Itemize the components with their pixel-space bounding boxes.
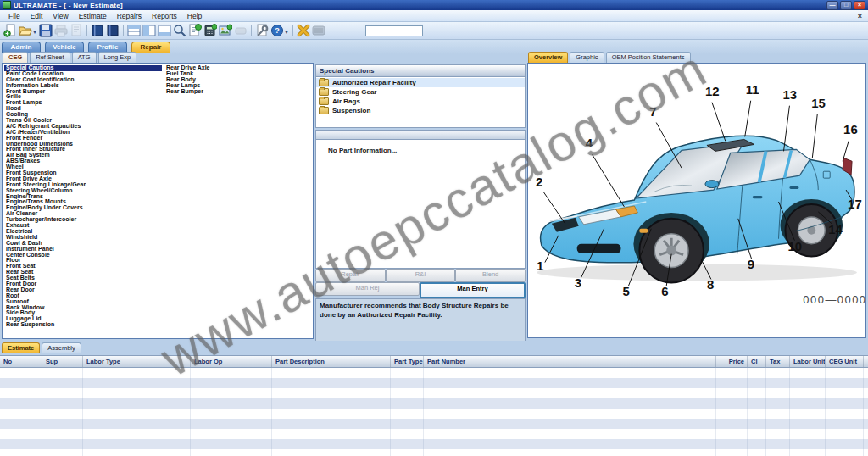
- column-header-part-type[interactable]: Part Type: [391, 356, 424, 367]
- minimize-button[interactable]: —: [826, 1, 838, 10]
- menu-reports[interactable]: Reports: [147, 12, 182, 20]
- menu-estimate[interactable]: Estimate: [74, 12, 112, 20]
- ceg-item-rear-bumper[interactable]: Rear Bumper: [164, 89, 310, 95]
- ceg-item-front-seat[interactable]: Front Seat: [4, 264, 162, 270]
- subtab-long-exp[interactable]: Long Exp: [98, 52, 137, 63]
- ceg-item-cooling[interactable]: Cooling: [4, 112, 162, 118]
- menu-edit[interactable]: Edit: [25, 12, 48, 20]
- ceg-item-air-cleaner[interactable]: Air Cleaner: [4, 211, 162, 217]
- ceg-item-turbocharger-intercooler[interactable]: Turbocharger/Intercooler: [4, 217, 162, 223]
- ceg-item-clear-coat-identification[interactable]: Clear Coat Identification: [4, 77, 162, 83]
- layout-top-icon[interactable]: [127, 24, 141, 37]
- ceg-item-grille[interactable]: Grille: [4, 94, 162, 100]
- layout-left-icon[interactable]: [142, 24, 156, 37]
- photo-icon[interactable]: [219, 24, 232, 37]
- calculator-icon[interactable]: [203, 24, 217, 37]
- blend-button[interactable]: Blend: [455, 269, 526, 282]
- menu-file[interactable]: File: [3, 12, 25, 20]
- mdi-close-icon[interactable]: ×: [858, 12, 865, 20]
- ceg-item-front-inner-structure[interactable]: Front Inner Structure: [4, 147, 162, 153]
- column-header-labor-type[interactable]: Labor Type: [83, 356, 191, 367]
- ceg-item-rear-body[interactable]: Rear Body: [164, 77, 310, 83]
- menu-repairs[interactable]: Repairs: [112, 12, 147, 20]
- pro-icon[interactable]: [312, 24, 326, 37]
- estimate-row[interactable]: [0, 398, 868, 409]
- menu-help[interactable]: Help: [182, 12, 207, 20]
- ceg-item-exhaust[interactable]: Exhaust: [4, 223, 162, 229]
- ceg-item-abs-brakes[interactable]: ABS/Brakes: [4, 158, 162, 164]
- search-icon[interactable]: [173, 24, 186, 37]
- column-header-labor-unit[interactable]: Labor Unit: [790, 356, 826, 367]
- open-dropdown-icon[interactable]: ▼: [32, 30, 37, 35]
- ceg-item-front-fender[interactable]: Front Fender: [4, 136, 162, 142]
- tab-estimate[interactable]: Estimate: [2, 342, 40, 353]
- estimate-row[interactable]: [0, 378, 868, 388]
- column-header-cl[interactable]: Cl: [748, 356, 766, 367]
- ceg-item-roof[interactable]: Roof: [4, 293, 162, 299]
- layout-bottom-icon[interactable]: [158, 24, 171, 37]
- help-icon[interactable]: ?: [270, 24, 284, 37]
- ceg-item-engine-body-under-covers[interactable]: Engine/Body Under Covers: [4, 205, 162, 211]
- ceg-item-front-steering-linkage-gear[interactable]: Front Steering Linkage/Gear: [4, 182, 162, 188]
- close-button[interactable]: ×: [854, 1, 865, 10]
- tab-assembly[interactable]: Assembly: [42, 342, 81, 353]
- ceg-item-steering-wheel-column[interactable]: Steering Wheel/Column: [4, 188, 162, 194]
- open-estimate-icon[interactable]: [19, 24, 32, 37]
- ceg-item-trans-oil-cooler[interactable]: Trans Oil Cooler: [4, 118, 162, 124]
- wrench-icon[interactable]: [255, 24, 269, 37]
- ceg-item-information-labels[interactable]: Information Labels: [4, 83, 162, 89]
- save-icon[interactable]: [39, 24, 53, 37]
- column-header-part-number[interactable]: Part Number: [424, 356, 716, 367]
- estimate-row[interactable]: [0, 419, 868, 429]
- column-header-tax[interactable]: Tax: [766, 356, 790, 367]
- column-header-ceg-unit[interactable]: CEG Unit: [826, 356, 864, 367]
- subtab-ref-sheet[interactable]: Ref Sheet: [30, 52, 70, 63]
- estimate-row[interactable]: [0, 368, 868, 378]
- toolbar-search-input[interactable]: [365, 25, 423, 36]
- new-estimate-icon[interactable]: [3, 24, 17, 37]
- estimate-row[interactable]: [0, 429, 868, 439]
- ceg-item-paint-code-location[interactable]: Paint Code Location: [4, 71, 162, 77]
- subtab-ceg[interactable]: CEG: [3, 52, 28, 63]
- ceg-item-center-console[interactable]: Center Console: [4, 253, 162, 259]
- r-i-button[interactable]: R&I: [386, 269, 456, 282]
- caution-suspension[interactable]: Suspension: [316, 106, 525, 115]
- ceg-item-wheel[interactable]: Wheel: [4, 164, 162, 170]
- ceg-item-floor[interactable]: Floor: [4, 258, 162, 264]
- man-rej-button[interactable]: Man Rej: [315, 282, 420, 296]
- ceg-item-electrical[interactable]: Electrical: [4, 229, 162, 235]
- ceg-item-fuel-tank[interactable]: Fuel Tank: [164, 71, 310, 77]
- ceg-item-luggage-lid[interactable]: Luggage Lid: [4, 316, 162, 322]
- tab-graphic[interactable]: Graphic: [570, 52, 604, 63]
- ceg-item-engine-trans-mounts[interactable]: Engine/Trans Mounts: [4, 199, 162, 205]
- ceg-item-special-cautions[interactable]: Special Cautions: [4, 65, 162, 71]
- ceg-item-back-window[interactable]: Back Window: [4, 305, 162, 311]
- print-icon[interactable]: [54, 24, 68, 37]
- ceg-item-rear-seat[interactable]: Rear Seat: [4, 270, 162, 275]
- ceg-item-a-c-refrigerant-capacities[interactable]: A/C Refrigerant Capacities: [4, 124, 162, 130]
- notes-icon[interactable]: [188, 24, 202, 37]
- tab-oem-position-statements[interactable]: OEM Position Statements: [606, 52, 691, 63]
- ceg-item-side-body[interactable]: Side Body: [4, 310, 162, 316]
- ceg-item-front-door[interactable]: Front Door: [4, 281, 162, 287]
- menu-view[interactable]: View: [47, 12, 73, 20]
- man-entry-button[interactable]: Man Entry: [420, 282, 526, 298]
- ceg-item-seat-belts[interactable]: Seat Belts: [4, 275, 162, 281]
- tools-x-icon[interactable]: [297, 24, 310, 37]
- ceg-item-front-drive-axle[interactable]: Front Drive Axle: [4, 176, 162, 182]
- estimate-row[interactable]: [0, 439, 868, 449]
- column-header-labor-op[interactable]: Labor Op: [191, 356, 272, 367]
- column-header-no[interactable]: No: [0, 356, 42, 367]
- book-icon[interactable]: [91, 24, 104, 37]
- ceg-item-rear-door[interactable]: Rear Door: [4, 287, 162, 293]
- ceg-item-engine-trans[interactable]: Engine/Trans: [4, 194, 162, 200]
- ceg-item-rear-drive-axle[interactable]: Rear Drive Axle: [164, 65, 310, 71]
- ceg-item-hood[interactable]: Hood: [4, 106, 162, 112]
- estimate-row[interactable]: [0, 449, 868, 456]
- ceg-item-air-bag-system[interactable]: Air Bag System: [4, 153, 162, 158]
- repair-button[interactable]: Repair: [315, 269, 386, 282]
- column-header-price[interactable]: Price: [716, 356, 748, 367]
- copy-icon[interactable]: [70, 24, 83, 37]
- book2-icon[interactable]: [106, 24, 120, 37]
- estimate-row[interactable]: [0, 409, 868, 419]
